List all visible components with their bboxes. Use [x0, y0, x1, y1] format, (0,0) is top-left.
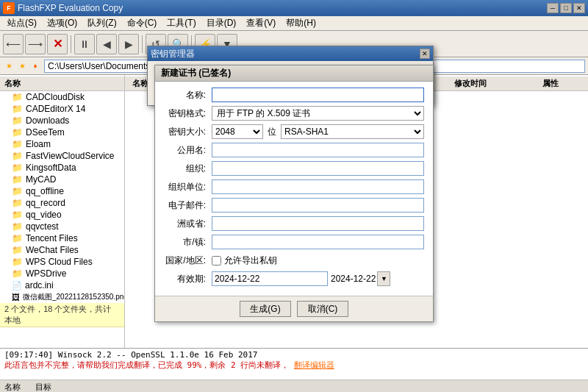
tree-item-qq-video[interactable]: 📁qq_video: [0, 209, 124, 221]
log-text-orange[interactable]: 翻译编辑器: [294, 360, 334, 370]
tree-item-cadeditorx[interactable]: 📁CADEditorX 14: [0, 103, 124, 115]
toolbar-sep-1: [71, 35, 71, 53]
key-manager-close-btn[interactable]: ✕: [420, 49, 430, 59]
key-manager-title-bar: 密钥管理器 ✕: [148, 46, 433, 61]
toolbar-back-btn[interactable]: ⟵: [3, 34, 24, 54]
generate-button[interactable]: 生成(G): [240, 301, 291, 317]
minimize-button[interactable]: ─: [547, 3, 559, 13]
key-size-label: 密钥大小:: [164, 126, 212, 138]
folder-icon: 📁: [12, 139, 23, 149]
tree-item-downloads[interactable]: 📁Downloads: [0, 115, 124, 126]
addr-icon-star2[interactable]: ★: [16, 60, 28, 72]
folder-icon: 📁: [12, 115, 23, 126]
email-input[interactable]: [212, 198, 424, 213]
menu-command[interactable]: 命令(C): [123, 15, 162, 31]
folder-icon: 📁: [12, 221, 23, 232]
name-row: 名称:: [164, 88, 424, 102]
log-text-red: 此语言包并不完整，请帮助我们完成翻译，已完成 99%，剩余 2 行尚未翻译，: [4, 360, 289, 370]
addr-icon-star1[interactable]: ★: [3, 60, 15, 72]
name-label: 名称:: [164, 89, 212, 101]
menu-view[interactable]: 查看(V): [242, 15, 280, 31]
tree-item-wpsdrive[interactable]: 📁WPSDrive: [0, 268, 124, 279]
common-name-input[interactable]: [212, 143, 424, 157]
city-input[interactable]: [212, 235, 424, 249]
expire-value: 2024-12-22: [331, 274, 376, 284]
key-size-select[interactable]: 2048: [212, 124, 263, 139]
cert-dialog-footer: 生成(G) 取消(C): [155, 296, 433, 321]
city-label: 市/镇:: [164, 236, 212, 249]
name-input[interactable]: [212, 88, 424, 102]
state-input[interactable]: [212, 216, 424, 231]
folder-icon: 📁: [12, 268, 23, 279]
bottom-area: [09:17:40] Winsock 2.2 -- OpenSSL 1.1.0e…: [0, 348, 588, 392]
folder-icon: 📁: [12, 163, 23, 173]
tree-item-qqvctest[interactable]: 📁qqvctest: [0, 221, 124, 232]
org-row: 组织:: [164, 161, 424, 176]
toolbar-sep-2: [142, 35, 143, 53]
country-row: 国家/地区: 允许导出私钥: [164, 253, 424, 268]
folder-icon: 📁: [12, 233, 23, 243]
city-row: 市/镇:: [164, 235, 424, 249]
tree-item-qq-offline[interactable]: 📁qq_offline: [0, 185, 124, 197]
key-size-unit: 位: [263, 126, 281, 138]
state-label: 洲或省:: [164, 218, 212, 230]
log-area: [09:17:40] Winsock 2.2 -- OpenSSL 1.1.0e…: [0, 349, 588, 379]
format-select[interactable]: 用于 FTP 的 X.509 证书: [212, 106, 424, 121]
menu-queue[interactable]: 队列(Z): [83, 15, 121, 31]
tree-item-cadclouddisk[interactable]: 📁CADCloudDisk: [0, 91, 124, 103]
tree-item-qq-record[interactable]: 📁qq_record: [0, 197, 124, 209]
maximize-button[interactable]: □: [560, 3, 572, 13]
toolbar-next-btn[interactable]: ▶: [118, 34, 139, 54]
email-label: 电子邮件:: [164, 199, 212, 212]
queue-name-label: 名称: [4, 382, 21, 392]
left-panel: 名称 📁CADCloudDisk 📁CADEditorX 14 📁Downloa…: [0, 75, 125, 348]
toolbar-pause-btn[interactable]: ⏸: [74, 34, 95, 54]
log-line-1: [09:17:40] Winsock 2.2 -- OpenSSL 1.1.0e…: [4, 350, 584, 360]
expire-row: 有效期: 2024-12-22 ▼: [164, 271, 424, 286]
tree-item-ardc[interactable]: 📄ardc.ini: [0, 279, 124, 291]
export-key-checkbox[interactable]: [212, 256, 221, 266]
menu-directory[interactable]: 目录(D): [202, 15, 241, 31]
tree-item-kingsoft[interactable]: 📁KingsoftData: [0, 162, 124, 174]
org-unit-input[interactable]: [212, 179, 424, 194]
folder-icon: 📁: [12, 104, 23, 114]
menu-help[interactable]: 帮助(H): [282, 15, 320, 31]
queue-footer: 名称 目标: [0, 379, 588, 392]
cancel-button[interactable]: 取消(C): [297, 301, 348, 317]
toolbar-fwd-btn[interactable]: ⟶: [25, 34, 46, 54]
address-icons: ★ ★ ♦: [3, 60, 41, 72]
title-bar-controls: ─ □ ✕: [547, 3, 585, 13]
algorithm-select[interactable]: RSA-SHA1: [281, 124, 424, 139]
menu-options[interactable]: 选项(O): [43, 15, 82, 31]
tree-item-mycad[interactable]: 📁MyCAD: [0, 174, 124, 185]
toolbar-stop-btn[interactable]: ✕: [47, 34, 68, 54]
tree-item-wps-cloud[interactable]: 📁WPS Cloud Files: [0, 256, 124, 268]
expire-input[interactable]: [212, 271, 328, 286]
expire-label: 有效期:: [164, 273, 212, 285]
org-unit-row: 组织单位:: [164, 179, 424, 194]
menu-tools[interactable]: 工具(T): [162, 15, 200, 31]
cert-dialog-title: 新建证书 (已签名): [155, 65, 433, 82]
addr-icon-diamond[interactable]: ♦: [29, 60, 41, 72]
tree-item-wechat[interactable]: 📁WeChat Files: [0, 244, 124, 256]
key-manager-title: 密钥管理器: [151, 48, 195, 60]
tree-item-dseeten[interactable]: 📁DSeeTem: [0, 126, 124, 138]
folder-icon: 📁: [12, 151, 23, 161]
app-close-button[interactable]: ✕: [573, 3, 585, 13]
email-row: 电子邮件:: [164, 198, 424, 213]
folder-icon: 📁: [12, 198, 23, 208]
tree-item-tencent[interactable]: 📁Tencent Files: [0, 232, 124, 244]
country-label: 国家/地区:: [164, 254, 212, 267]
tree-item-wechat-img[interactable]: 🖼微信截图_20221128152350.png: [0, 291, 124, 303]
file-icon: 🖼: [12, 293, 20, 302]
toolbar-prev-btn[interactable]: ◀: [96, 34, 117, 54]
menu-site[interactable]: 站点(S): [3, 15, 41, 31]
org-input[interactable]: [212, 161, 424, 176]
log-line-2: 此语言包并不完整，请帮助我们完成翻译，已完成 99%，剩余 2 行尚未翻译， 翻…: [4, 360, 584, 371]
tree-item-eloam[interactable]: 📁Eloam: [0, 138, 124, 150]
expire-calendar-btn[interactable]: ▼: [377, 271, 390, 286]
folder-icon: 📁: [12, 186, 23, 196]
folder-icon: 📁: [12, 127, 23, 138]
key-size-row: 密钥大小: 2048 位 RSA-SHA1: [164, 124, 424, 139]
tree-item-fastview[interactable]: 📁FastViewCloudService: [0, 150, 124, 162]
